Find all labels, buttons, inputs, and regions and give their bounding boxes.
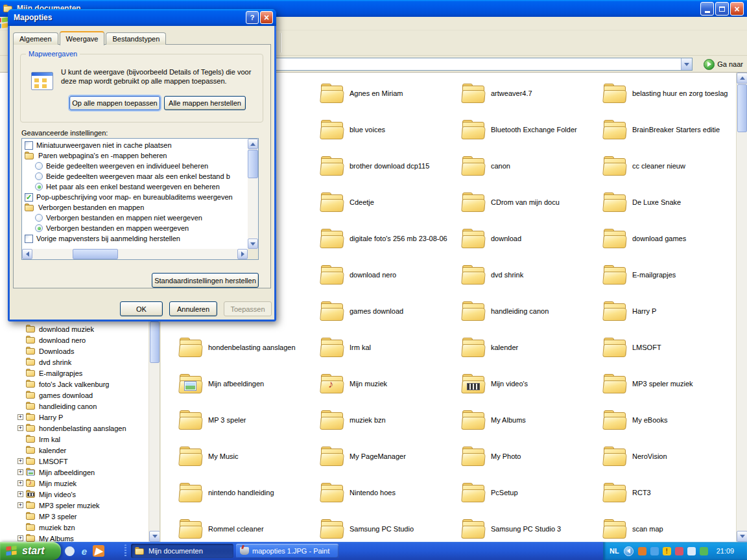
scroll-down-button[interactable]	[737, 531, 747, 542]
folder-item[interactable]: games download	[320, 301, 403, 321]
folder-item[interactable]: My eBooks	[603, 410, 667, 430]
expand-plus-icon[interactable]: +	[18, 458, 23, 464]
folder-item[interactable]: download	[462, 228, 521, 249]
folder-item[interactable]: scan map	[603, 519, 663, 539]
checkbox-icon[interactable]	[25, 141, 33, 150]
setting-radio[interactable]: Verborgen bestanden en mappen weergeven	[22, 223, 248, 233]
folder-item[interactable]: dvd shrink	[462, 264, 523, 285]
tab-bestandstypen[interactable]: Bestandstypen	[106, 32, 166, 45]
folder-item[interactable]: CDrom van mijn docu	[462, 192, 560, 213]
language-indicator[interactable]: NL	[610, 547, 619, 555]
ok-button[interactable]: OK	[120, 301, 163, 316]
security-shield-icon[interactable]: !	[663, 547, 671, 555]
folder-item[interactable]: download nero	[320, 264, 396, 285]
expand-plus-icon[interactable]: +	[18, 414, 23, 420]
folder-item[interactable]: RCT3	[603, 482, 651, 503]
apply-to-all-folders-button[interactable]: Op alle mappen toepassen	[69, 96, 160, 110]
tree-item-mp-3-speler[interactable]: MP 3 speler	[0, 511, 148, 522]
volume-icon[interactable]	[687, 547, 696, 555]
taskbar-divider[interactable]	[124, 544, 126, 557]
internet-explorer-icon[interactable]: e	[78, 545, 90, 557]
reset-all-folders-button[interactable]: Alle mappen herstellen	[164, 96, 246, 110]
folder-item[interactable]: digitale foto's 256 mb 23-08-06	[320, 228, 447, 249]
tree-item-download-nero[interactable]: download nero	[0, 334, 148, 345]
minimize-button[interactable]	[700, 2, 714, 16]
settings-scroll-right-button[interactable]	[237, 249, 248, 259]
expand-plus-icon[interactable]: +	[18, 535, 23, 541]
folder-item[interactable]: MP3 speler muziek	[603, 373, 693, 394]
tree-item-my-albums[interactable]: +My Albums	[0, 533, 148, 542]
tree-item-irm-kal[interactable]: Irm kal	[0, 434, 148, 445]
settings-horizontal-scrollbar[interactable]	[22, 249, 248, 259]
folder-item[interactable]: E-mailgrapjes	[603, 264, 676, 285]
folder-item[interactable]: LMSOFT	[603, 337, 661, 358]
expand-plus-icon[interactable]: +	[18, 469, 23, 475]
address-dropdown-button[interactable]	[681, 58, 692, 70]
radio-icon[interactable]	[35, 183, 43, 191]
folder-view-scrollbar[interactable]	[736, 73, 747, 542]
folder-item[interactable]: De Luxe Snake	[603, 192, 681, 213]
tree-item-mijn-afbeeldingen[interactable]: +Mijn afbeeldingen	[0, 467, 148, 478]
folder-item[interactable]: Samsung PC Studio 3	[462, 519, 561, 539]
settings-vertical-scrollbar[interactable]	[248, 139, 258, 249]
settings-scroll-down-button[interactable]	[248, 239, 258, 249]
folder-item[interactable]: Rommel ccleaner	[179, 519, 264, 539]
expand-plus-icon[interactable]: +	[18, 502, 23, 508]
folder-item[interactable]: handleiding canon	[462, 301, 549, 321]
setting-radio[interactable]: Verborgen bestanden en mappen niet weerg…	[22, 213, 248, 223]
tree-scroll-down-button[interactable]	[149, 531, 160, 542]
folder-item[interactable]: My Albums	[462, 410, 526, 430]
folder-item[interactable]: Harry P	[603, 301, 656, 321]
tree-item-handleiding-canon[interactable]: handleiding canon	[0, 401, 148, 412]
folder-item[interactable]: Samsung PC Studio	[320, 519, 414, 539]
settings-hscroll-thumb[interactable]	[73, 249, 118, 259]
checkbox-icon[interactable]: ✓	[25, 193, 33, 202]
setting-folder[interactable]: Verborgen bestanden en mappen	[22, 202, 248, 213]
radio-icon[interactable]	[35, 172, 43, 180]
tab-algemeen[interactable]: Algemeen	[13, 32, 58, 45]
folder-item[interactable]: My Photo	[462, 446, 521, 467]
go-button[interactable]: Ga naar	[704, 58, 743, 71]
setting-folder[interactable]: Paren webpagina's en -mappen beheren	[22, 150, 248, 161]
hide-icons-chevron-icon[interactable]	[624, 546, 634, 556]
setting-checkbox[interactable]: Miniatuurweergaven niet in cache plaatse…	[22, 140, 248, 150]
setting-radio[interactable]: Beide gedeelten weergeven maar als een e…	[22, 171, 248, 181]
folder-item[interactable]: ♪Mijn muziek	[320, 373, 387, 394]
checkbox-icon[interactable]	[25, 235, 33, 243]
advanced-settings-list[interactable]: Miniatuurweergaven niet in cache plaatse…	[21, 138, 259, 260]
tree-item-harry-p[interactable]: +Harry P	[0, 412, 148, 423]
folder-item[interactable]: nintendo handleiding	[179, 482, 274, 503]
settings-scroll-left-button[interactable]	[22, 249, 32, 259]
folder-item[interactable]: belasting huur en zorg toeslag	[603, 83, 728, 104]
folder-item[interactable]: cc cleaner nieuw	[603, 156, 685, 176]
setting-checkbox[interactable]: ✓Pop-upbeschrijving voor map- en bureaub…	[22, 192, 248, 202]
folder-item[interactable]: hondenbelasting aanslagen	[179, 337, 296, 358]
tree-item-kalender[interactable]: kalender	[0, 445, 148, 456]
restore-button[interactable]	[715, 2, 729, 16]
tree-item-mijn-muziek[interactable]: +♪Mijn muziek	[0, 478, 148, 489]
folder-item[interactable]: My Music	[179, 446, 238, 467]
close-button[interactable]: ×	[730, 2, 744, 16]
task-button-mijn-documenten[interactable]: Mijn documenten	[131, 544, 233, 558]
radio-icon[interactable]	[35, 162, 43, 170]
tray-app-icon-1[interactable]	[638, 547, 646, 555]
folder-item[interactable]: NeroVision	[603, 446, 667, 467]
folder-item[interactable]: Nintendo hoes	[320, 482, 396, 503]
tree-item-mijn-video-s[interactable]: +Mijn video's	[0, 489, 148, 500]
tree-item-e-mailgrapjes[interactable]: E-mailgrapjes	[0, 368, 148, 379]
folder-item[interactable]: brother download dcp115	[320, 156, 429, 176]
tray-app-icon-2[interactable]	[650, 547, 659, 555]
folder-item[interactable]: download games	[603, 228, 686, 249]
folder-item[interactable]: artweaver4.7	[462, 83, 532, 104]
tree-item-lmsoft[interactable]: +LMSOFT	[0, 456, 148, 467]
folder-item[interactable]: canon	[462, 156, 510, 176]
tree-item-hondenbelasting-aanslagen[interactable]: +hondenbelasting aanslagen	[0, 423, 148, 434]
folder-item[interactable]: Cdeetje	[320, 192, 374, 213]
tray-app-icon-4[interactable]	[700, 547, 708, 555]
tree-scroll-thumb[interactable]	[150, 321, 160, 363]
expand-plus-icon[interactable]: +	[18, 425, 23, 431]
folder-item[interactable]: Bluetooth Exchange Folder	[462, 119, 577, 140]
tab-weergave[interactable]: Weergave	[60, 31, 105, 45]
dialog-help-button[interactable]: ?	[246, 11, 259, 24]
tree-item-downloads[interactable]: Downloads	[0, 345, 148, 356]
